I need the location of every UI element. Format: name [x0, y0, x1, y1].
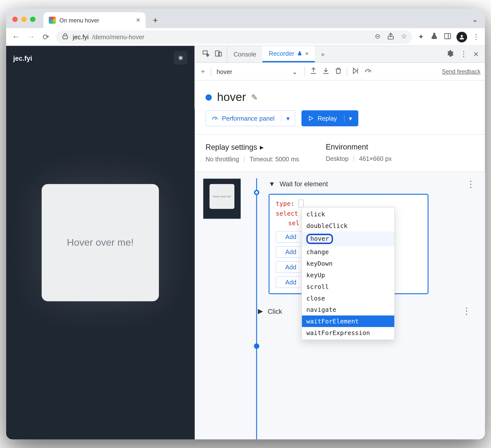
- step-thumbnail[interactable]: Hover over me!: [203, 178, 241, 219]
- dropdown-option-navigate[interactable]: navigate: [302, 304, 394, 316]
- tab-console[interactable]: Console: [227, 46, 263, 62]
- dropdown-option-keyup[interactable]: keyUp: [302, 269, 394, 281]
- replay-dropdown-button[interactable]: ▾: [344, 115, 352, 122]
- timeline: Hover over me! ▼ Wait for element ⋮ type…: [195, 172, 485, 439]
- device-toolbar-icon[interactable]: [214, 49, 222, 59]
- dropdown-option-doubleclick[interactable]: doubleClick: [302, 220, 394, 232]
- share-icon[interactable]: [387, 32, 395, 41]
- slow-replay-icon[interactable]: [364, 67, 372, 76]
- close-recorder-tab[interactable]: ×: [305, 50, 309, 57]
- dropdown-option-close[interactable]: close: [302, 292, 394, 304]
- step-node[interactable]: [254, 190, 259, 195]
- address-bar[interactable]: jec.fyi/demo/menu-hover ⊖ ☆: [56, 30, 412, 43]
- step-menu-button[interactable]: ⋮: [462, 306, 471, 316]
- page-viewport: jec.fyi ☀ Hover over me!: [6, 46, 194, 439]
- caret-right-icon: ▶: [258, 307, 263, 315]
- dropdown-option-waitforexpression[interactable]: waitForExpression: [302, 327, 394, 339]
- hover-card[interactable]: Hover over me!: [42, 184, 159, 301]
- svg-line-9: [368, 71, 369, 72]
- svg-point-4: [461, 35, 463, 37]
- zoom-out-icon[interactable]: ⊖: [375, 32, 380, 41]
- step-editor-panel: type: select sel Add Add Add: [269, 194, 429, 294]
- performance-panel-button[interactable]: Performance panel ▾: [206, 110, 295, 126]
- export-icon[interactable]: [309, 67, 317, 76]
- edit-title-button[interactable]: ✎: [251, 92, 258, 102]
- dropdown-option-click[interactable]: click: [302, 208, 394, 220]
- theme-toggle-button[interactable]: ☀: [174, 51, 187, 65]
- replay-settings-header[interactable]: Replay settings ▸: [206, 143, 299, 152]
- minimize-window-button[interactable]: [21, 17, 27, 22]
- tabs-menu-button[interactable]: ⌄: [472, 15, 478, 24]
- toolbar: ← → ⟳ jec.fyi/demo/menu-hover ⊖ ☆ ✦: [6, 28, 485, 46]
- replay-button[interactable]: Replay ▾: [302, 110, 358, 126]
- hover-card-text: Hover over me!: [67, 237, 134, 248]
- extensions-icon[interactable]: ✦: [416, 33, 425, 41]
- bookmark-icon[interactable]: ☆: [401, 32, 407, 41]
- dropdown-option-scroll[interactable]: scroll: [302, 281, 394, 292]
- new-tab-button[interactable]: +: [149, 14, 161, 26]
- perf-dropdown-button[interactable]: ▾: [282, 115, 289, 122]
- step-menu-button[interactable]: ⋮: [466, 179, 475, 189]
- svg-rect-7: [218, 52, 221, 56]
- flask-icon: [297, 51, 302, 56]
- env-size: 461×660 px: [359, 155, 392, 162]
- delete-icon[interactable]: [334, 67, 342, 76]
- step2-title: Click: [268, 307, 282, 315]
- forward-button[interactable]: →: [26, 32, 36, 41]
- reload-button[interactable]: ⟳: [41, 32, 51, 42]
- type-autocomplete-dropdown: click doubleClick hover change keyDown k…: [302, 207, 395, 340]
- recording-header: hover ✎: [195, 81, 485, 111]
- kebab-menu-icon[interactable]: ⋮: [460, 50, 467, 58]
- svg-rect-0: [63, 36, 68, 39]
- close-devtools-button[interactable]: ×: [473, 49, 479, 59]
- inspect-element-icon[interactable]: [202, 49, 210, 59]
- step-header[interactable]: ▼ Wait for element ⋮: [269, 178, 477, 189]
- maximize-window-button[interactable]: [30, 17, 36, 22]
- type-input-cursor[interactable]: [298, 200, 303, 207]
- step-node[interactable]: [254, 343, 259, 349]
- recording-title: hover: [217, 90, 246, 104]
- titlebar: On menu hover × + ⌄: [6, 9, 485, 28]
- play-icon: [308, 115, 314, 121]
- recording-status-dot: [206, 94, 212, 100]
- window-controls: [12, 17, 36, 22]
- svg-line-10: [215, 118, 216, 120]
- browser-tab[interactable]: On menu hover ×: [43, 12, 146, 28]
- recorder-toolbar: ＋ hover ⌄: [195, 63, 485, 81]
- svg-rect-6: [215, 51, 219, 56]
- close-tab-button[interactable]: ×: [136, 16, 140, 24]
- settings-row: Replay settings ▸ No throttling | Timeou…: [195, 135, 485, 171]
- profile-avatar[interactable]: [456, 32, 467, 42]
- chevron-right-icon: ▸: [260, 143, 264, 152]
- devtools-panel: Console Recorder × » ⋮ × ＋: [194, 46, 485, 439]
- env-device: Desktop: [326, 155, 348, 162]
- send-feedback-link[interactable]: Send feedback: [442, 68, 480, 75]
- sel-key: sel: [288, 220, 300, 227]
- devtools-tabbar: Console Recorder × » ⋮ ×: [195, 46, 485, 63]
- more-tabs-button[interactable]: »: [315, 46, 331, 62]
- step-title: Wait for element: [280, 180, 328, 188]
- back-button[interactable]: ←: [11, 32, 21, 41]
- chevron-down-icon: ⌄: [292, 68, 298, 75]
- chrome-menu-button[interactable]: ⋮: [472, 33, 480, 41]
- recording-selector[interactable]: hover ⌄: [216, 66, 300, 77]
- caret-down-icon: ▼: [269, 180, 275, 188]
- selector-key: select: [276, 210, 298, 217]
- dropdown-option-change[interactable]: change: [302, 246, 394, 258]
- url-domain: jec.fyi: [73, 33, 89, 40]
- side-panel-icon[interactable]: [443, 32, 452, 42]
- dropdown-option-waitforelement[interactable]: waitForElement: [302, 316, 394, 327]
- dropdown-option-keydown[interactable]: keyDown: [302, 258, 394, 269]
- timeline-rail: [256, 178, 257, 439]
- step-forward-icon[interactable]: [352, 67, 359, 76]
- close-window-button[interactable]: [12, 17, 18, 22]
- gauge-icon: [211, 115, 218, 122]
- timeout-value: Timeout: 5000 ms: [249, 156, 299, 163]
- dropdown-option-hover[interactable]: hover: [302, 232, 394, 246]
- tab-recorder[interactable]: Recorder ×: [263, 46, 315, 62]
- labs-icon[interactable]: [430, 32, 439, 42]
- lock-icon: [61, 32, 69, 41]
- settings-icon[interactable]: [446, 49, 454, 59]
- new-recording-button[interactable]: ＋: [199, 67, 207, 76]
- import-icon[interactable]: [322, 67, 330, 76]
